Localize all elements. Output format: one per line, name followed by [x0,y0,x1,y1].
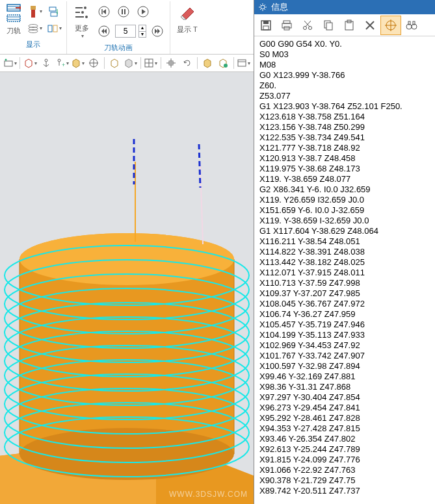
printer-icon [280,19,293,32]
nc-code-listing[interactable]: G00 G90 G54 X0. Y0. S0 M03 M08 G0 X123.9… [254,36,435,504]
crosshair-icon [166,58,176,68]
svg-line-74 [260,5,261,6]
svg-rect-14 [53,25,57,32]
svg-rect-79 [263,21,269,24]
viewport-3d[interactable] [0,100,254,504]
qt-btn-3[interactable] [39,56,53,70]
svg-point-45 [224,64,228,68]
display-t-label: 显示 T [177,25,198,34]
cube-icon [23,58,34,68]
qt-btn-1[interactable]: ▾ [3,56,17,70]
svg-rect-11 [49,7,56,11]
close-button[interactable] [360,16,380,35]
rewind-button[interactable] [96,23,112,39]
svg-line-68 [199,144,200,188]
pause-button[interactable] [115,4,132,19]
box-shaded-icon [124,58,134,68]
layer-icon-button[interactable]: ▾ [26,21,43,36]
spin-up[interactable]: ▲ [138,25,146,31]
chevron-down-icon: ▾ [59,25,62,31]
cube3-icon [202,58,213,68]
crosshair-icon [384,19,397,32]
paste-button[interactable] [339,16,360,35]
model-rendering [0,100,254,504]
display-t-button[interactable]: 显示 T [174,3,200,36]
svg-rect-12 [51,12,57,16]
anchor-icon [41,58,51,68]
copy-icon [322,19,335,32]
qt-btn-8[interactable]: ▾ [123,56,137,70]
crosshair-button[interactable] [380,16,401,35]
save-button[interactable] [256,16,276,35]
align-icon-button[interactable] [46,4,62,19]
play-button[interactable] [135,4,152,19]
ribbon-group-display2: 显示 T [170,1,204,54]
more-button[interactable]: 更多 ▾ [71,3,93,40]
svg-rect-80 [263,26,269,30]
cut-button[interactable] [297,16,318,35]
target-icon [88,58,99,68]
info-title: 信息 [271,1,288,13]
toolpath-icon [7,4,21,13]
nav-icon [3,58,14,68]
qt-btn-9[interactable]: ▾ [143,56,157,70]
print-button[interactable] [276,16,297,35]
info-header: 信息 [254,0,435,14]
pause-icon [117,5,130,18]
align2-icon-button[interactable]: ▾ [46,21,62,36]
group-label: 显示 [26,40,40,49]
svg-point-50 [20,428,234,480]
svg-line-76 [260,9,261,10]
find-button[interactable] [401,16,422,35]
refresh-icon [182,58,192,68]
forward-icon [151,25,164,38]
ribbon-group-display: 刀轨 ▾ ▾ ▾ 显 [0,1,67,54]
forward-button[interactable] [149,23,166,39]
play-icon [137,5,150,18]
rewind-icon [98,25,111,38]
qt-btn-2[interactable]: ▾ [23,56,37,70]
svg-rect-3 [7,15,20,21]
qt-btn-10[interactable] [164,56,178,70]
svg-line-87 [304,21,310,27]
svg-line-77 [265,5,266,6]
svg-point-33 [58,59,60,62]
skip-back-icon [98,5,111,18]
svg-point-69 [261,5,265,9]
speed-input[interactable] [115,25,136,38]
tool-icon-button[interactable]: ▾ [26,4,43,19]
ribbon-group-animation: 更多 ▾ ▲ ▼ 刀轨动画 [67,1,170,54]
skip-back-button[interactable] [96,4,112,19]
close-icon [363,19,376,32]
qt-btn-14[interactable]: ▾ [237,56,251,70]
info-toolbar [254,14,435,36]
paste-icon [343,19,356,32]
copy-button[interactable] [318,16,339,35]
svg-rect-82 [282,23,291,28]
qt-btn-12[interactable] [200,56,215,70]
stack-icon [27,23,39,34]
chevron-down-icon: ▾ [40,8,42,14]
svg-point-84 [304,26,307,29]
toolpath-button[interactable]: 刀轨 [4,3,23,37]
qt-btn-13[interactable] [216,56,230,70]
svg-rect-29 [5,61,12,66]
svg-rect-81 [283,21,290,23]
floppy-icon [259,19,272,32]
qt-btn-5[interactable]: ▾ [71,56,85,70]
toolpath-icon-2 [7,14,21,23]
qt-btn-7[interactable] [107,56,122,70]
qt-btn-6[interactable] [86,56,101,70]
svg-rect-6 [31,6,36,10]
svg-point-18 [81,11,84,14]
cube4-icon [218,58,228,68]
milling-tool-icon [27,5,39,18]
svg-rect-13 [48,25,52,32]
info-panel: 信息 G00 G90 G54 X0. Y0. S0 M03 M08 G0 X12… [254,0,435,504]
qt-btn-11[interactable] [179,56,194,70]
spin-down[interactable]: ▼ [138,31,146,38]
qt-btn-4[interactable]: +▾ [55,56,69,70]
grid-icon [144,58,154,68]
group-label: 刀轨动画 [104,43,133,53]
scissors-icon [301,19,314,32]
